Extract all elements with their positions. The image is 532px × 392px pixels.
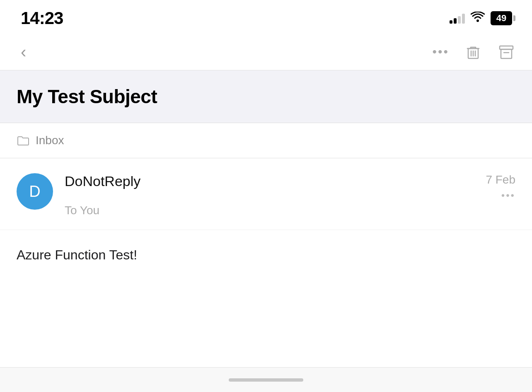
battery-level: 49 [491, 11, 512, 25]
toolbar-left: ‹ [17, 44, 30, 60]
home-indicator [229, 378, 303, 382]
folder-icon [17, 135, 30, 146]
delete-button[interactable] [464, 43, 482, 61]
battery-icon: 49 [491, 11, 515, 25]
email-subject: My Test Subject [17, 85, 515, 108]
back-button[interactable]: ‹ [17, 44, 30, 60]
status-time: 14:23 [21, 8, 63, 28]
recipient: To You [65, 204, 99, 217]
more-dots-icon: ••• [432, 45, 449, 59]
signal-bar-4 [462, 14, 465, 24]
sender-name: DoNotReply [65, 173, 140, 189]
message-header: DoNotReply 7 Feb ••• [65, 173, 515, 201]
signal-bar-2 [454, 18, 457, 24]
message-body: Azure Function Test! [0, 230, 532, 280]
status-icons: 49 [450, 11, 515, 25]
sender-avatar: D [17, 173, 53, 210]
message-body-text: Azure Function Test! [17, 245, 515, 265]
message-date: 7 Feb [486, 173, 515, 186]
bottom-bar [0, 367, 532, 392]
signal-bars-icon [450, 13, 465, 24]
message-row: D DoNotReply 7 Feb ••• To You [0, 158, 532, 230]
signal-bar-1 [450, 20, 452, 24]
message-more-button[interactable]: ••• [501, 190, 515, 201]
svg-point-0 [476, 19, 479, 22]
avatar-letter: D [29, 183, 40, 201]
archive-button[interactable] [497, 43, 515, 61]
folder-name: Inbox [36, 134, 64, 147]
battery-tip [513, 15, 515, 21]
svg-rect-6 [501, 49, 512, 58]
wifi-icon [471, 12, 485, 25]
message-meta: DoNotReply 7 Feb ••• To You [65, 173, 515, 217]
signal-bar-3 [458, 16, 461, 24]
folder-row: Inbox [0, 123, 532, 158]
toolbar: ‹ ••• [0, 33, 532, 70]
toolbar-right: ••• [432, 43, 515, 61]
status-bar: 14:23 49 [0, 0, 532, 33]
subject-area: My Test Subject [0, 70, 532, 123]
message-date-area: 7 Feb ••• [486, 173, 515, 201]
more-options-button[interactable]: ••• [432, 45, 449, 59]
